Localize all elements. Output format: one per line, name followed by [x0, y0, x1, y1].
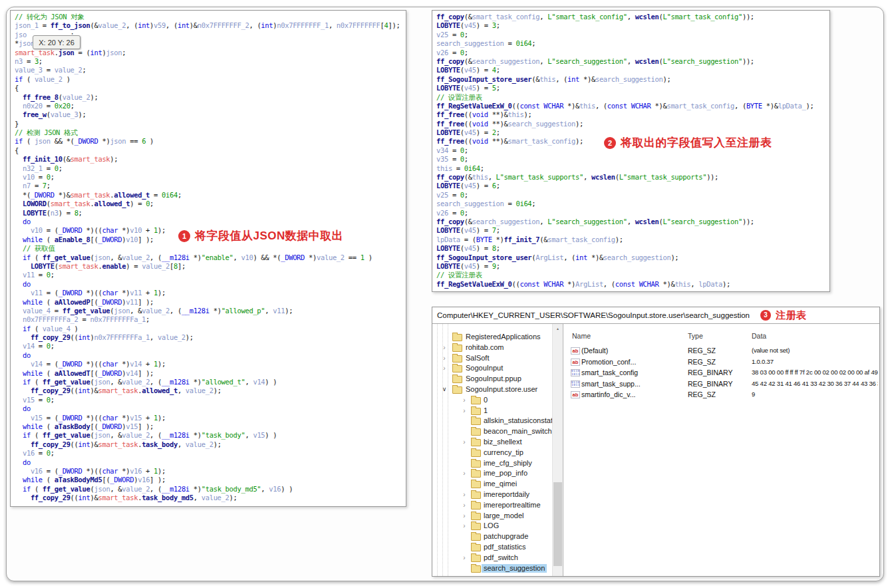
chevron-collapsed-icon[interactable]: ›	[461, 553, 468, 562]
tree-scrollbar[interactable]: ▲	[552, 324, 563, 576]
tree-item-rohitab.com[interactable]: ›rohitab.com	[432, 343, 563, 353]
tree-item-SogouInput.store.user[interactable]: ∨SogouInput.store.user	[432, 384, 563, 395]
registry-value-list: NameTypeData ab(Default)REG_SZ(value not…	[564, 324, 879, 576]
chevron-collapsed-icon[interactable]: ›	[461, 469, 468, 478]
code-line: ff_free((void **)&search_suggestion);	[436, 120, 829, 128]
folder-icon	[471, 565, 481, 573]
chevron-collapsed-icon[interactable]: ›	[461, 501, 468, 510]
tree-item-ime_pop_info[interactable]: ›ime_pop_info	[432, 468, 563, 479]
code-line: *(_DWORD *)&smart_task.allowed_t = 0i64;	[15, 191, 406, 200]
folder-icon	[452, 345, 462, 352]
code-line: n32_1 = 0;	[15, 164, 406, 173]
tree-item-SalSoft[interactable]: ›SalSoft	[432, 353, 563, 364]
chevron-expanded-icon[interactable]: ∨	[441, 385, 448, 394]
tree-item-currency_tip[interactable]: currency_tip	[432, 448, 563, 458]
tree-item-label: pdf_statistics	[482, 543, 528, 552]
code-line: n7 = 7;	[15, 182, 406, 190]
registry-value-row[interactable]: ab(Default)REG_SZ(value not set)	[564, 346, 879, 357]
code-line: LOBYTE(v45) = 8;	[436, 244, 829, 253]
tree-item-SogouInput.ppup[interactable]: SogouInput.ppup	[432, 374, 563, 384]
tree-item-patchupgrade[interactable]: patchupgrade	[432, 531, 563, 542]
code-line: v16 = 0;	[15, 449, 406, 458]
annotation-1: 1 将字段值从JSON数据中取出	[178, 228, 343, 243]
code-line: ff_free((void **)&this);	[436, 110, 829, 119]
value-type: REG_BINARY	[688, 380, 733, 388]
registry-value-row[interactable]: abPromotion_conf...REG_SZ1.0.0.37	[564, 357, 879, 368]
folder-icon	[471, 555, 481, 562]
tree-item-0[interactable]: ›0	[432, 395, 563, 406]
code-line: ff_copy(&search_suggestion, L"search_sug…	[436, 57, 829, 66]
tree-item-SogouInput[interactable]: ›SogouInput	[432, 363, 563, 374]
code-line: do	[15, 351, 406, 360]
code-line: ff_copy_29((int)&smart_task.task_body, v…	[15, 440, 406, 449]
chevron-collapsed-icon[interactable]: ›	[461, 406, 468, 415]
code-line: while ( aAllowedT[(_DWORD)v14] );	[15, 369, 406, 378]
code-line: json_1 = ff_to_json(&value_2, (int)v59, …	[15, 21, 406, 30]
chevron-collapsed-icon[interactable]: ›	[461, 512, 468, 520]
column-header-data[interactable]: Data	[752, 332, 766, 340]
annotation-3-text: 注册表	[776, 309, 807, 322]
code-line: // 检测 JSON 格式	[15, 128, 406, 137]
tree-item-RegisteredApplications[interactable]: RegisteredApplications	[432, 332, 563, 343]
scrollbar-up-arrow-icon[interactable]: ▲	[553, 324, 563, 334]
folder-icon	[471, 544, 481, 551]
column-header-type[interactable]: Type	[688, 332, 703, 340]
code-line: ff_copy_29((int)&smart_task.allowed_t, v…	[15, 386, 406, 395]
tree-item-1[interactable]: ›1	[432, 406, 563, 416]
tree-item-pdf_statistics[interactable]: pdf_statistics	[432, 542, 563, 553]
code-line: if ( json && *(_DWORD *)json == 6 )	[15, 137, 406, 146]
chevron-collapsed-icon[interactable]: ›	[461, 396, 468, 404]
code-line: value_3 = value_2;	[15, 66, 406, 74]
column-header-name[interactable]: Name	[572, 332, 591, 340]
chevron-collapsed-icon[interactable]: ›	[441, 364, 448, 372]
registry-value-row[interactable]: 01101011smart_task_configREG_BINARY38 03…	[564, 368, 879, 379]
tree-item-ime_cfg_shiply[interactable]: ime_cfg_shiply	[432, 458, 563, 469]
screenshot-canvas: // 转化为 JSON 对象json_1 = ff_to_json(&value…	[0, 0, 890, 588]
folder-icon	[452, 365, 462, 372]
code-line: if ( ff_get_value(json, &value_2, (__m12…	[15, 431, 406, 440]
chevron-collapsed-icon[interactable]: ›	[461, 438, 468, 446]
chevron-collapsed-icon[interactable]: ›	[441, 343, 448, 352]
code-line: ff_RegSetValueExW_0((const WCHAR *)ArgLi…	[436, 280, 829, 289]
annotation-2-badge: 2	[604, 137, 616, 149]
annotation-2: 2 将取出的字段值写入至注册表	[604, 135, 772, 150]
chevron-collapsed-icon[interactable]: ›	[441, 354, 448, 363]
code-line: do	[15, 218, 406, 226]
reg-binary-icon: 01101011	[571, 380, 580, 388]
code-line: ff_SogouInput_store_user(&this, (int *)&…	[436, 75, 829, 84]
tree-item-LOG[interactable]: ›LOG	[432, 521, 563, 531]
tree-item-biz_shellext[interactable]: ›biz_shellext	[432, 437, 563, 448]
registry-value-row[interactable]: 01101011smart_task_supp...REG_BINARY45 4…	[564, 379, 879, 390]
code-line: v25 = 0;	[436, 31, 829, 39]
tree-item-label: pdf_switch	[482, 553, 520, 563]
tree-item-allskin_statusiconstatis[interactable]: allskin_statusiconstatis	[432, 416, 563, 426]
code-line: while ( aAllowedP[(_DWORD)v11] );	[15, 298, 406, 307]
code-line: LOBYTE(v45) = 4;	[436, 66, 829, 74]
code-line: free_w(value_3);	[15, 110, 406, 119]
code-line: LOBYTE(v45) = 6;	[436, 182, 829, 190]
tree-item-label: allskin_statusiconstatis	[482, 416, 560, 426]
tree-item-large_model[interactable]: ›large_model	[432, 511, 563, 521]
code-line: v25 = 0;	[436, 191, 829, 200]
reg-sz-icon: ab	[571, 347, 580, 355]
chevron-collapsed-icon[interactable]: ›	[461, 490, 468, 499]
code-line: LOBYTE(smart_task.enable) = value_2[8];	[15, 262, 406, 271]
chevron-collapsed-icon[interactable]: ›	[461, 521, 468, 530]
scrollbar-thumb[interactable]	[553, 482, 562, 566]
tree-item-imereportrealtime[interactable]: ›imereportrealtime	[432, 500, 563, 511]
annotation-2-text: 将取出的字段值写入至注册表	[621, 135, 772, 150]
tree-item-pdf_switch[interactable]: ›pdf_switch	[432, 553, 563, 563]
decompiler-panel-json-extract: // 转化为 JSON 对象json_1 = ff_to_json(&value…	[10, 10, 406, 507]
tree-item-label: SogouInput.ppup	[464, 374, 523, 384]
tree-item-imereportdaily[interactable]: ›imereportdaily	[432, 490, 563, 500]
tree-item-search_suggestion[interactable]: search_suggestion	[432, 563, 563, 574]
registry-address-bar[interactable]: Computer\HKEY_CURRENT_USER\SOFTWARE\Sogo…	[432, 307, 879, 324]
registry-value-row[interactable]: absmartinfo_dic_v...REG_SZ9	[564, 390, 879, 401]
folder-icon	[471, 523, 481, 530]
folder-icon	[471, 481, 481, 488]
tree-item-label: large_model	[482, 512, 526, 521]
tree-item-ime_qimei[interactable]: ime_qimei	[432, 479, 563, 490]
tree-item-beacon_main_switch[interactable]: beacon_main_switch	[432, 426, 563, 437]
code-line: while ( aTaskBodyMd5[(_DWORD)v16] );	[15, 476, 406, 484]
code-line: v35 = 0;	[436, 155, 829, 164]
